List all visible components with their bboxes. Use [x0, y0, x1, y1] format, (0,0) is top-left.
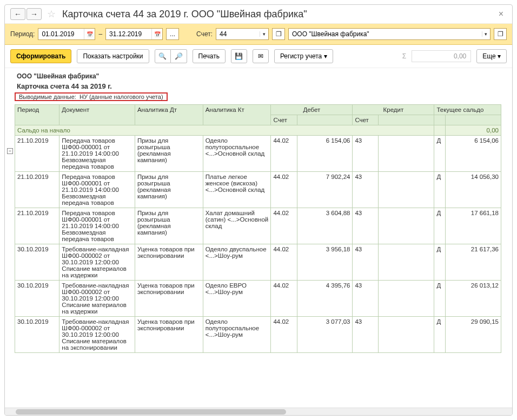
table-row[interactable]: 30.10.2019Требование-накладная ШФ00-0000… — [15, 317, 501, 353]
account-dropdown-icon[interactable]: ▾ — [260, 31, 268, 37]
period-select-button[interactable]: ... — [166, 28, 179, 40]
table-row[interactable]: 21.10.2019Передача товаров ШФ00-000001 о… — [15, 136, 501, 172]
report-org: ООО "Швейная фабрика" — [15, 71, 512, 81]
date-to-input[interactable] — [106, 29, 151, 39]
table-row[interactable]: 30.10.2019Требование-накладная ШФ00-0000… — [15, 244, 501, 281]
close-button[interactable]: × — [495, 8, 507, 20]
collapse-toggle[interactable]: − — [7, 148, 13, 154]
toolbar: Сформировать Показать настройки 🔍 🔎 Печа… — [5, 45, 512, 68]
more-button[interactable]: Еще ▾ — [476, 49, 507, 63]
report-title: Карточка счета 44 за 2019 г. — [15, 81, 512, 91]
org-dropdown-icon[interactable]: ▾ — [482, 31, 490, 37]
calendar-icon[interactable]: 📅 — [151, 29, 162, 39]
date-from-input[interactable] — [38, 29, 84, 39]
save-button[interactable]: 💾 — [231, 49, 247, 63]
register-button[interactable]: Регистр учета ▾ — [274, 49, 333, 63]
account-input[interactable] — [216, 29, 260, 39]
table-row[interactable]: 21.10.2019Передача товаров ШФ00-000001 о… — [15, 208, 501, 244]
opening-balance-row: Сальдо на начало 0,00 — [15, 125, 501, 136]
nav-back-button[interactable]: ← — [10, 8, 25, 20]
org-input[interactable] — [289, 29, 482, 39]
sigma-icon: Σ — [402, 52, 406, 60]
col-debit-acc: Счет — [271, 115, 297, 125]
calendar-icon[interactable]: 📅 — [84, 29, 95, 39]
report-table: Период Документ Аналитика Дт Аналитика К… — [15, 104, 501, 353]
output-data-note: Выводимые данные: НУ (данные налогового … — [15, 92, 168, 101]
horizontal-scrollbar[interactable] — [5, 408, 512, 415]
favorite-icon[interactable]: ☆ — [46, 9, 57, 19]
account-label: Счет: — [196, 30, 213, 38]
find-button[interactable]: 🔍 — [155, 49, 171, 63]
col-period: Период — [15, 105, 59, 125]
org-popout-button[interactable]: ❐ — [494, 28, 507, 40]
col-document: Документ — [59, 105, 135, 125]
show-settings-button[interactable]: Показать настройки — [77, 49, 149, 63]
titlebar: ← → ☆ Карточка счета 44 за 2019 г. ООО "… — [5, 5, 512, 24]
table-row[interactable]: 30.10.2019Требование-накладная ШФ00-0000… — [15, 281, 501, 317]
table-row[interactable]: 21.10.2019Передача товаров ШФ00-000001 о… — [15, 172, 501, 208]
col-balance: Текущее сальдо — [434, 105, 501, 115]
window-title: Карточка счета 44 за 2019 г. ООО "Швейна… — [62, 9, 307, 20]
col-credit-acc: Счет — [353, 115, 379, 125]
nav-forward-button[interactable]: → — [26, 8, 42, 20]
col-analytics-dt: Аналитика Дт — [135, 105, 203, 125]
find-next-button[interactable]: 🔎 — [171, 49, 187, 63]
col-credit: Кредит — [353, 105, 434, 115]
period-label: Период: — [10, 30, 35, 38]
parameters-bar: Период: 📅 – 📅 ... Счет: ▾ ❐ ▾ ❐ — [5, 24, 512, 45]
print-button[interactable]: Печать — [193, 49, 226, 63]
period-dash: – — [98, 30, 102, 38]
email-button[interactable]: ✉ — [253, 49, 269, 63]
col-analytics-kt: Аналитика Кт — [203, 105, 271, 125]
report-area: ООО "Швейная фабрика" Карточка счета 44 … — [5, 68, 512, 408]
col-debit: Дебет — [271, 105, 353, 115]
generate-button[interactable]: Сформировать — [10, 49, 71, 63]
sum-display: 0,00 — [412, 50, 471, 62]
account-popout-button[interactable]: ❐ — [272, 28, 285, 40]
